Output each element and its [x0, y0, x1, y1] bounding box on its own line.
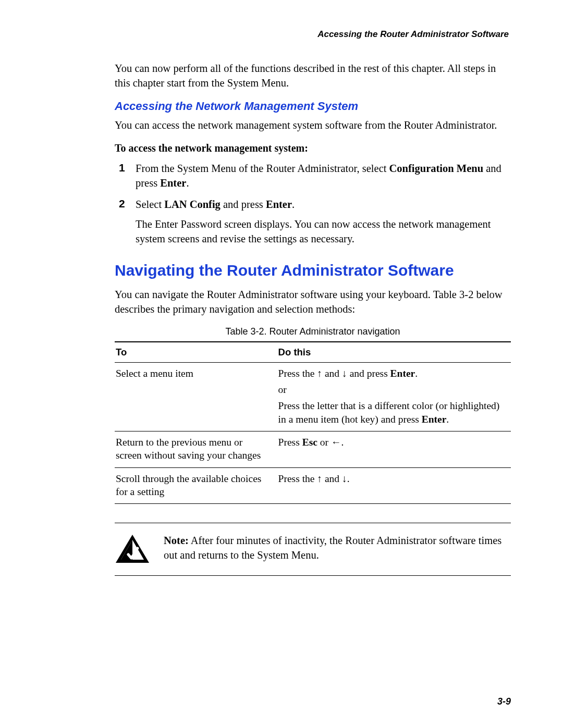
table-row: Select a menu item Press the ↑ and ↓ and… — [115, 362, 511, 431]
r1-altpre: Press the letter that is a different col… — [278, 400, 500, 424]
table-head-row: To Do this — [115, 342, 511, 363]
step-2: Select LAN Config and press Enter. The E… — [115, 198, 511, 246]
r1-altenter: Enter — [422, 414, 447, 425]
note-icon — [115, 534, 150, 565]
step-2-after: The Enter Password screen displays. You … — [136, 217, 511, 246]
row3-to: Scroll through the available choices for… — [115, 467, 277, 504]
nms-heading: Accessing the Network Management System — [115, 100, 511, 113]
step-1-text: From the System Menu of the Router Admin… — [136, 162, 511, 190]
step-2-b1: LAN Config — [164, 199, 221, 210]
left-arrow-icon: ← — [331, 436, 341, 448]
r2-or: or — [317, 437, 331, 448]
row1-do: Press the ↑ and ↓ and press Enter. or Pr… — [277, 362, 511, 431]
step-1: From the System Menu of the Router Admin… — [115, 162, 511, 190]
up-arrow-icon: ↑ — [317, 367, 322, 379]
r2-pre: Press — [278, 437, 302, 448]
down-arrow-icon: ↓ — [342, 367, 347, 379]
nav-heading: Navigating the Router Administrator Soft… — [115, 262, 511, 279]
down-arrow-icon: ↓ — [342, 473, 347, 484]
step-2-post: . — [292, 199, 295, 210]
step-1-post: . — [186, 177, 189, 189]
th-to: To — [115, 342, 277, 363]
note-text: Note: After four minutes of inactivity, … — [164, 534, 511, 562]
row2-do: Press Esc or ←. — [277, 431, 511, 468]
row3-do: Press the ↑ and ↓. — [277, 467, 511, 504]
r1-pre: Press the — [278, 368, 317, 379]
step-2-mid: and press — [221, 199, 266, 210]
up-arrow-icon: ↑ — [317, 473, 322, 484]
step-list: From the System Menu of the Router Admin… — [115, 162, 511, 246]
r1-enter: Enter — [390, 368, 415, 379]
running-header: Accessing the Router Administrator Softw… — [52, 29, 509, 40]
row1-to: Select a menu item — [115, 362, 277, 431]
r2-dot: . — [341, 437, 344, 448]
intro-paragraph: You can now perform all of the functions… — [115, 61, 511, 90]
r1-dot: . — [415, 368, 418, 379]
step-2-text: Select LAN Config and press Enter. — [136, 198, 511, 212]
table-caption: Table 3-2. Router Administrator navigati… — [115, 326, 511, 337]
nav-lead: You can navigate the Router Administrato… — [115, 288, 511, 316]
note-label: Note: — [164, 535, 189, 546]
note-block: Note: After four minutes of inactivity, … — [115, 523, 511, 576]
r2-esc: Esc — [302, 437, 317, 448]
r1-or: or — [278, 384, 287, 395]
step-1-b1: Configuration Menu — [389, 163, 484, 174]
r1-mid: and press — [347, 368, 390, 379]
table-row: Return to the previous menu or screen wi… — [115, 431, 511, 468]
r3-dot: . — [347, 473, 350, 484]
nms-task-lead: To access the network management system: — [115, 142, 511, 154]
r3-pre: Press the — [278, 473, 317, 484]
nav-table: To Do this Select a menu item Press the … — [115, 341, 511, 504]
page-content: You can now perform all of the functions… — [52, 61, 511, 576]
r1-altdot: . — [446, 414, 449, 425]
note-body: After four minutes of inactivity, the Ro… — [164, 535, 501, 561]
step-2-b2: Enter — [266, 199, 292, 210]
nms-lead: You can access the network management sy… — [115, 118, 511, 133]
r3-and: and — [322, 473, 342, 484]
page-number: 3-9 — [497, 696, 511, 707]
page: Accessing the Router Administrator Softw… — [0, 0, 563, 728]
th-do: Do this — [277, 342, 511, 363]
r1-and1: and — [322, 368, 342, 379]
table-row: Scroll through the available choices for… — [115, 467, 511, 504]
row2-to: Return to the previous menu or screen wi… — [115, 431, 277, 468]
step-1-b2: Enter — [160, 177, 186, 189]
step-2-pre: Select — [136, 199, 164, 210]
step-1-pre: From the System Menu of the Router Admin… — [136, 163, 389, 174]
